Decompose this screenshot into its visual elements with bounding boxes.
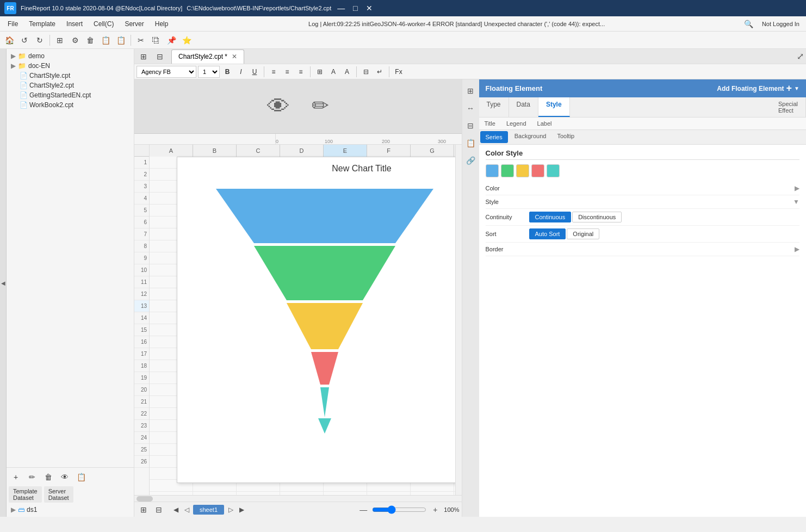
zoom-out-button[interactable]: — [358, 504, 369, 515]
minimize-button[interactable]: — [336, 3, 346, 14]
sheet-nav-prev[interactable]: ◀ [170, 504, 181, 515]
tree-item-workbook2[interactable]: 📄 WorkBook2.cpt [9, 100, 132, 110]
menu-cell[interactable]: Cell(C) [88, 18, 119, 30]
toolbar-highlight-button[interactable]: ⭐ [179, 33, 194, 47]
menu-server[interactable]: Server [119, 18, 149, 30]
search-icon[interactable]: 🔍 [744, 20, 753, 28]
sort-original-btn[interactable]: Original [567, 228, 599, 239]
tab-legend[interactable]: Legend [501, 117, 532, 129]
align-left-button[interactable]: ≡ [268, 66, 280, 78]
continuity-continuous-btn[interactable]: Continuous [529, 212, 572, 222]
ds-edit-button[interactable]: ✏ [25, 470, 39, 484]
menu-file[interactable]: File [2, 18, 23, 30]
login-status[interactable]: Not Logged In [758, 21, 804, 27]
prop-color-arrow[interactable]: ▶ [795, 184, 799, 192]
subtab-tooltip[interactable]: Tooltip [551, 130, 580, 144]
sheet-nav-prev2[interactable]: ◁ [181, 504, 192, 515]
color-swatch-1[interactable] [486, 164, 499, 177]
sheet-tab-icon2[interactable]: ⊟ [152, 503, 166, 517]
zoom-in-button[interactable]: + [430, 504, 441, 515]
font-select[interactable]: Agency FB [137, 66, 196, 78]
sort-auto-btn[interactable]: Auto Sort [529, 228, 566, 239]
col-h[interactable]: H [454, 145, 455, 157]
right-icon-btn-3[interactable]: ⊟ [463, 119, 478, 133]
zoom-slider[interactable] [372, 505, 426, 514]
toolbar-settings-button[interactable]: ⚙ [68, 33, 82, 47]
tab-special-effect[interactable]: SpecialEffect [771, 97, 806, 117]
tab-close-icon[interactable]: ✕ [232, 53, 237, 60]
tab-layout-btn1[interactable]: ⊞ [137, 50, 151, 64]
border-button[interactable]: ⊞ [314, 66, 326, 78]
ds-delete-button[interactable]: 🗑 [41, 470, 55, 484]
col-d[interactable]: D [280, 145, 324, 157]
prop-style-arrow[interactable]: ▼ [793, 198, 799, 206]
dataset-item-ds1[interactable]: ▶ 🗃 ds1 [9, 505, 132, 515]
right-icon-btn-1[interactable]: ⊞ [463, 84, 478, 98]
subtab-background[interactable]: Background [509, 130, 552, 144]
tab-label[interactable]: Label [532, 117, 557, 129]
prop-border-arrow[interactable]: ▶ [795, 245, 799, 253]
align-center-button[interactable]: ≡ [281, 66, 293, 78]
grid-main[interactable]: A B C D E F G H [150, 145, 455, 495]
add-plus-icon[interactable]: + [786, 83, 792, 94]
color-swatch-5[interactable] [547, 164, 560, 177]
sheet-tab-icon1[interactable]: ⊞ [137, 503, 151, 517]
tab-float-button[interactable]: ⤢ [797, 51, 804, 61]
toolbar-paste-button[interactable]: 📋 [114, 33, 128, 47]
add-dropdown-icon[interactable]: ▼ [794, 85, 799, 91]
menu-insert[interactable]: Insert [61, 18, 88, 30]
tree-item-chartstyle[interactable]: 📄 ChartStyle.cpt [9, 71, 132, 81]
col-c[interactable]: C [237, 145, 280, 157]
tab-title[interactable]: Title [479, 117, 501, 129]
merge-button[interactable]: ⊟ [360, 66, 372, 78]
tree-item-demo[interactable]: ▶ 📁 demo [9, 51, 132, 61]
toolbar-cut-button[interactable]: ✂ [134, 33, 148, 47]
col-e[interactable]: E [324, 145, 367, 157]
right-icon-btn-5[interactable]: 🔗 [463, 153, 478, 168]
col-b[interactable]: B [193, 145, 237, 157]
horizontal-scrollbar[interactable] [134, 495, 462, 502]
sheet-nav-next2[interactable]: ▶ [236, 504, 247, 515]
color-swatch-3[interactable] [516, 164, 529, 177]
toolbar-paste2-button[interactable]: 📌 [164, 33, 178, 47]
col-a[interactable]: A [150, 145, 193, 157]
server-dataset-tab[interactable]: ServerDataset [44, 486, 73, 503]
chart-area[interactable]: New Chart Title [177, 157, 455, 483]
toolbar-home-button[interactable]: 🏠 [2, 33, 16, 47]
formula-button[interactable]: Fx [393, 66, 405, 78]
menu-help[interactable]: Help [150, 18, 174, 30]
toolbar-delete-button[interactable]: 🗑 [83, 33, 97, 47]
right-icon-btn-4[interactable]: 📋 [463, 136, 478, 150]
fill-color-button[interactable]: A [327, 66, 339, 78]
tab-layout-btn2[interactable]: ⊟ [153, 50, 167, 64]
tree-item-doc-en[interactable]: ▶ 📁 doc-EN [9, 61, 132, 71]
align-right-button[interactable]: ≡ [295, 66, 307, 78]
tree-item-gettingstarted[interactable]: 📄 GettingStartedEN.cpt [9, 90, 132, 100]
font-size-select[interactable]: 1 [198, 66, 220, 78]
toolbar-undo-button[interactable]: ↺ [17, 33, 32, 47]
font-color-button[interactable]: A [341, 66, 353, 78]
close-button[interactable]: ✕ [364, 3, 375, 14]
vertical-scrollbar[interactable] [455, 145, 462, 495]
toolbar-copy2-button[interactable]: ⿻ [149, 33, 163, 47]
ds-copy-button[interactable]: 📋 [74, 470, 88, 484]
italic-button[interactable]: I [235, 66, 247, 78]
toolbar-redo-button[interactable]: ↻ [33, 33, 47, 47]
tab-chartstyle2[interactable]: ChartStyle2.cpt * ✕ [171, 50, 244, 64]
maximize-button[interactable]: □ [350, 3, 361, 14]
tab-data[interactable]: Data [509, 97, 538, 117]
ds-add-button[interactable]: + [9, 470, 23, 484]
tab-style[interactable]: Style [538, 97, 570, 117]
ds-preview-button[interactable]: 👁 [58, 470, 72, 484]
wrap-button[interactable]: ↵ [374, 66, 386, 78]
right-icon-btn-2[interactable]: ↔ [463, 101, 478, 115]
collapse-left-button[interactable]: ◀ [0, 49, 7, 517]
tab-type[interactable]: Type [479, 97, 509, 117]
toolbar-grid-button[interactable]: ⊞ [53, 33, 67, 47]
menu-template[interactable]: Template [23, 18, 61, 30]
continuity-discontinuous-btn[interactable]: Discontinuous [572, 212, 622, 222]
col-f[interactable]: F [367, 145, 411, 157]
subtab-series[interactable]: Series [480, 131, 508, 143]
color-swatch-4[interactable] [531, 164, 544, 177]
tree-item-chartstyle2[interactable]: 📄 ChartStyle2.cpt [9, 81, 132, 90]
